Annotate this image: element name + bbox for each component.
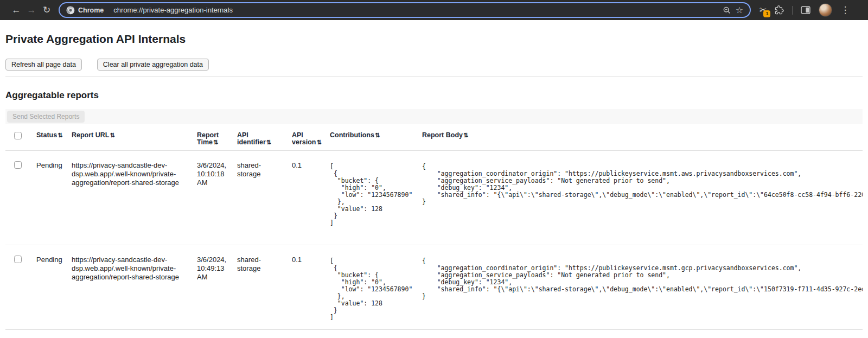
column-header-contributions[interactable]: Contributions⇅ [330, 124, 422, 151]
sort-icon: ⇅ [316, 139, 321, 145]
row-checkbox[interactable] [14, 161, 22, 169]
report-body-json: { "aggregation_coordinator_origin": "htt… [422, 163, 853, 206]
clear-all-button[interactable]: Clear all private aggregation data [97, 59, 209, 71]
section-heading: Aggregatable reports [5, 90, 863, 101]
forward-button: → [24, 3, 39, 18]
sort-icon: ⇅ [213, 139, 218, 145]
column-header-report-time[interactable]: Report Time⇅ [197, 124, 237, 151]
profile-avatar[interactable] [819, 3, 832, 17]
report-body-cell: { "aggregation_coordinator_origin": "htt… [422, 245, 863, 330]
chrome-logo-icon [66, 6, 75, 15]
toolbar-separator [792, 6, 793, 15]
browser-toolbar: ← → ↻ Chrome chrome://private-aggregatio… [0, 0, 868, 20]
status-cell: Pending [36, 245, 72, 330]
refresh-all-button[interactable]: Refresh all page data [5, 59, 82, 71]
column-header-report-body[interactable]: Report Body⇅ [422, 124, 863, 151]
api-identifier-cell: shared-storage [237, 245, 292, 330]
row-select-cell [5, 151, 36, 245]
kebab-menu-icon[interactable]: ⋮ [840, 5, 850, 15]
report-url-cell: https://privacy-sandcastle-dev-dsp.web.a… [72, 151, 197, 245]
status-cell: Pending [36, 151, 72, 245]
table-header-row: Status⇅ Report URL⇅ Report Time⇅ API ide… [5, 124, 863, 151]
table-row: Pending https://privacy-sandcastle-dev-d… [5, 151, 863, 245]
sort-icon: ⇅ [110, 132, 114, 138]
api-version-cell: 0.1 [292, 151, 330, 245]
divider [5, 76, 863, 77]
bookmark-star-icon[interactable]: ☆ [736, 6, 743, 15]
contributions-json: [ { "bucket": { "high": "0", "low": "123… [330, 258, 412, 321]
sort-icon: ⇅ [463, 132, 468, 138]
send-selected-reports-button[interactable]: Send Selected Reports [7, 111, 85, 123]
site-chip-label: Chrome [78, 7, 104, 14]
back-button[interactable]: ← [9, 3, 24, 18]
sort-icon: ⇅ [266, 139, 271, 145]
column-header-api-version[interactable]: API version⇅ [292, 124, 330, 151]
api-version-cell: 0.1 [292, 245, 330, 330]
row-select-cell [5, 245, 36, 330]
contributions-json: [ { "bucket": { "high": "0", "low": "123… [330, 163, 412, 227]
site-chip: Chrome [66, 6, 104, 15]
contributions-cell: [ { "bucket": { "high": "0", "low": "123… [330, 245, 422, 330]
reports-action-bar: Send Selected Reports [5, 109, 863, 124]
report-url-cell: https://privacy-sandcastle-dev-dsp.web.a… [72, 245, 197, 330]
column-header-status[interactable]: Status⇅ [36, 124, 72, 151]
contributions-cell: [ { "bucket": { "high": "0", "low": "123… [330, 151, 422, 245]
column-header-report-url[interactable]: Report URL⇅ [72, 124, 197, 151]
extensions-puzzle-icon[interactable] [775, 5, 784, 15]
zoom-icon[interactable] [723, 6, 731, 15]
report-body-cell: { "aggregation_coordinator_origin": "htt… [422, 151, 863, 245]
report-body-json: { "aggregation_coordinator_origin": "htt… [422, 258, 853, 300]
select-all-cell [5, 124, 36, 151]
aggregatable-reports-table: Status⇅ Report URL⇅ Report Time⇅ API ide… [5, 124, 863, 330]
column-header-api-identifier[interactable]: API identifier⇅ [237, 124, 292, 151]
sort-icon: ⇅ [58, 132, 62, 138]
screenshot-extension-icon[interactable]: ✂ 1 [760, 5, 767, 15]
report-time-cell: 3/6/2024, 10:49:13 AM [197, 245, 237, 330]
extension-badge: 1 [763, 10, 770, 17]
table-row: Pending https://privacy-sandcastle-dev-d… [5, 245, 863, 330]
select-all-checkbox[interactable] [14, 132, 22, 139]
page-title: Private Aggregation API Internals [5, 31, 863, 46]
sort-icon: ⇅ [375, 132, 380, 138]
url-text[interactable]: chrome://private-aggregation-internals [113, 6, 233, 14]
side-panel-icon[interactable] [801, 6, 810, 14]
row-checkbox[interactable] [14, 256, 22, 263]
address-bar[interactable]: Chrome chrome://private-aggregation-inte… [59, 2, 751, 18]
api-identifier-cell: shared-storage [237, 151, 292, 245]
reload-button[interactable]: ↻ [39, 3, 54, 18]
report-time-cell: 3/6/2024, 10:10:18 AM [197, 151, 237, 245]
